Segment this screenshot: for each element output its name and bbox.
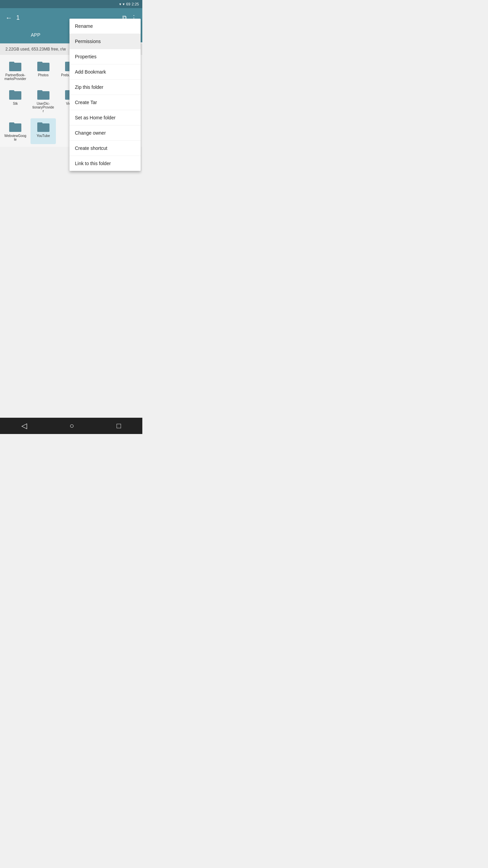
folder-icon-stk (8, 89, 22, 100)
folder-icon-youtube (37, 121, 50, 133)
menu-item-set-home[interactable]: Set as Home folder (69, 110, 141, 125)
file-label: UserDic-tionaryProvider (32, 102, 54, 113)
time-display: 2:25 (132, 2, 139, 6)
list-item[interactable]: Stk (3, 86, 28, 116)
file-label: Stk (13, 102, 18, 105)
file-label: PartnerBook-marksProvider (4, 73, 26, 81)
menu-item-rename[interactable]: Rename (69, 19, 141, 34)
status-bar: ▾ ▾ 69 2:25 (0, 0, 142, 8)
menu-item-properties[interactable]: Properties (69, 49, 141, 64)
menu-item-zip-folder[interactable]: Zip this folder (69, 80, 141, 95)
back-button[interactable]: ← (5, 14, 12, 22)
bottom-nav: ◁ ○ □ (0, 418, 142, 434)
menu-item-permissions[interactable]: Permissions (69, 34, 141, 49)
nav-home-button[interactable]: ○ (69, 421, 74, 430)
context-menu: Rename Permissions Properties Add Bookma… (69, 19, 141, 171)
list-item[interactable]: PartnerBook-marksProvider (3, 58, 28, 83)
folder-icon-photos (37, 60, 50, 72)
nav-back-button[interactable]: ◁ (21, 421, 27, 430)
list-item[interactable]: WebviewGoogle (3, 118, 28, 144)
file-label: Photos (38, 73, 48, 77)
tab-app[interactable]: APP (0, 27, 71, 43)
list-item-youtube[interactable]: YouTube (30, 118, 56, 144)
menu-item-change-owner[interactable]: Change owner (69, 125, 141, 141)
signal-icon: ▾ (123, 2, 125, 6)
list-item[interactable]: Photos (30, 58, 56, 83)
wifi-icon: ▾ (119, 2, 121, 6)
list-item[interactable]: UserDic-tionaryProvider (30, 86, 56, 116)
menu-item-link-folder[interactable]: Link to this folder (69, 156, 141, 171)
nav-recent-button[interactable]: □ (117, 421, 121, 430)
folder-icon-webviewgoogle (8, 121, 22, 133)
folder-icon-userdictionaryprovider (37, 89, 50, 100)
file-label: WebviewGoogle (4, 134, 26, 141)
status-bar-right: ▾ ▾ 69 2:25 (119, 2, 139, 6)
battery-level: 69 (126, 2, 130, 6)
folder-icon-partnerbookmarksprovider (8, 60, 22, 72)
menu-item-create-shortcut[interactable]: Create shortcut (69, 141, 141, 156)
menu-item-create-tar[interactable]: Create Tar (69, 95, 141, 110)
menu-item-add-bookmark[interactable]: Add Bookmark (69, 64, 141, 80)
file-label-youtube: YouTube (37, 134, 50, 138)
